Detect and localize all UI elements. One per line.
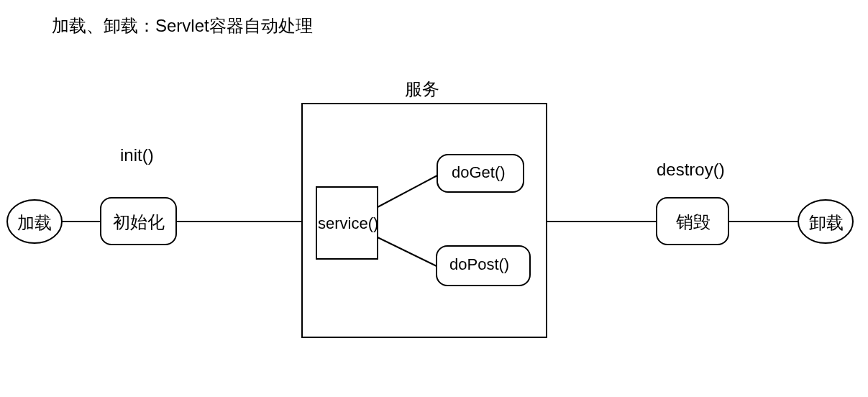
node-service-label: service() (318, 214, 378, 233)
edge-service-dopost (378, 237, 437, 266)
diagram-canvas: 加载、卸载：Servlet容器自动处理 加载 init() 初始化 服务 ser… (0, 0, 868, 397)
edge-service-doget (378, 175, 437, 207)
node-doget-label: doGet() (452, 163, 506, 182)
diagram-title: 加载、卸载：Servlet容器自动处理 (52, 14, 313, 37)
node-unload-label: 卸载 (809, 211, 844, 234)
node-load-label: 加载 (17, 211, 52, 234)
node-init-label: 初始化 (113, 211, 165, 234)
node-service-title: 服务 (405, 78, 439, 101)
diagram-svg (0, 0, 868, 397)
node-dopost-label: doPost() (449, 255, 509, 274)
destroy-method-label: destroy() (657, 160, 725, 180)
init-method-label: init() (120, 145, 154, 165)
node-destroy-label: 销毁 (676, 211, 711, 234)
